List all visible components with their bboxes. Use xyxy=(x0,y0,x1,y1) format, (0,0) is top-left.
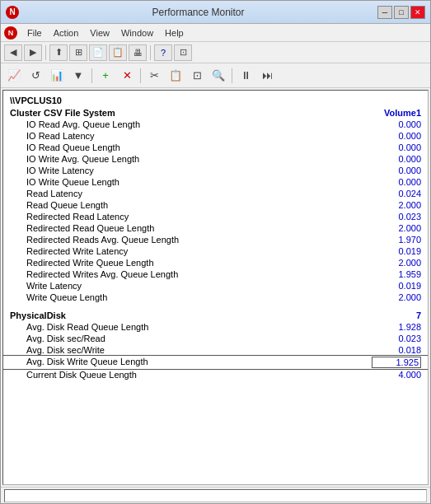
row-io-read-queue[interactable]: IO Read Queue Length 0.000 xyxy=(3,142,428,153)
row-avg-disk-sec-read[interactable]: Avg. Disk sec/Read 0.023 xyxy=(3,333,428,344)
category-name: PhysicalDisk xyxy=(10,310,66,320)
up-button[interactable]: ⬆ xyxy=(49,44,68,61)
row-read-queue-length[interactable]: Read Queue Length 2.000 xyxy=(3,199,428,211)
show-hide-button[interactable]: ⊞ xyxy=(69,44,87,61)
row-value: 0.019 xyxy=(372,246,421,256)
counter-view-button[interactable]: 📊 xyxy=(47,66,67,86)
category-value: 7 xyxy=(372,310,421,320)
row-avg-disk-write-queue[interactable]: Avg. Disk Write Queue Length 1.925 xyxy=(3,356,428,369)
row-value: 2.000 xyxy=(372,200,421,210)
back-button[interactable]: ◀ xyxy=(4,44,22,61)
row-value: 0.023 xyxy=(372,212,421,222)
row-value: 0.023 xyxy=(372,334,421,343)
window-title: Performance Monitor xyxy=(19,7,377,18)
separator-5 xyxy=(232,68,232,83)
help-button[interactable]: ? xyxy=(154,44,172,61)
row-io-write-latency[interactable]: IO Write Latency 0.000 xyxy=(3,165,428,176)
row-value: 1.959 xyxy=(372,269,421,279)
row-label: Redirected Writes Avg. Queue Length xyxy=(26,269,178,279)
close-button[interactable]: ✕ xyxy=(410,6,425,19)
row-label: IO Write Latency xyxy=(26,166,94,175)
row-label: Current Disk Queue Length xyxy=(26,370,137,380)
row-label: Avg. Disk sec/Write xyxy=(26,345,105,355)
window-controls: ─ □ ✕ xyxy=(377,6,425,19)
menu-action[interactable]: Action xyxy=(49,26,84,40)
menu-view[interactable]: View xyxy=(85,26,115,40)
separator-1 xyxy=(45,45,46,60)
status-panel xyxy=(4,489,427,502)
row-avg-disk-sec-write[interactable]: Avg. Disk sec/Write 0.018 xyxy=(3,344,428,356)
row-value: 4.000 xyxy=(372,370,421,380)
row-io-write-avg-queue[interactable]: IO Write Avg. Queue Length 0.000 xyxy=(3,153,428,165)
row-redirected-writes-avg[interactable]: Redirected Writes Avg. Queue Length 1.95… xyxy=(3,268,428,280)
separator-2 xyxy=(150,45,151,60)
data-content[interactable]: \\VPCLUS10 Cluster CSV File System Volum… xyxy=(2,90,429,485)
row-label: Redirected Read Queue Length xyxy=(26,223,154,233)
row-io-write-queue[interactable]: IO Write Queue Length 0.000 xyxy=(3,176,428,188)
row-value: 0.019 xyxy=(372,281,421,291)
row-write-latency[interactable]: Write Latency 0.019 xyxy=(3,280,428,292)
row-label: Avg. Disk Read Queue Length xyxy=(26,322,148,332)
forward-button[interactable]: ▶ xyxy=(24,44,42,61)
minimize-button[interactable]: ─ xyxy=(377,6,392,19)
title-bar-icon: N xyxy=(6,6,19,19)
row-label: Read Latency xyxy=(26,189,82,198)
row-label: Read Queue Length xyxy=(26,200,108,210)
paste-button[interactable]: ⊡ xyxy=(187,66,207,86)
title-bar: N Performance Monitor ─ □ ✕ xyxy=(1,1,430,24)
dropdown-button[interactable]: ▼ xyxy=(68,66,88,86)
row-label: Redirected Read Latency xyxy=(26,212,129,222)
row-value: 0.000 xyxy=(372,154,421,164)
row-label: IO Write Queue Length xyxy=(26,177,119,187)
row-redirected-write-latency[interactable]: Redirected Write Latency 0.019 xyxy=(3,245,428,257)
row-label: Redirected Write Queue Length xyxy=(26,258,154,268)
row-io-read-latency[interactable]: IO Read Latency 0.000 xyxy=(3,130,428,142)
menu-file[interactable]: File xyxy=(22,26,47,40)
cut-button[interactable]: ✂ xyxy=(144,66,164,86)
row-value: 1.925 xyxy=(372,357,421,368)
menu-help[interactable]: Help xyxy=(160,26,189,40)
copy-button[interactable]: 📋 xyxy=(166,66,185,86)
server-label: \\VPCLUS10 xyxy=(3,94,428,107)
row-label: IO Read Latency xyxy=(26,131,95,141)
search-button[interactable]: 🔍 xyxy=(208,66,228,86)
category-physical-disk: PhysicalDisk 7 xyxy=(3,310,428,321)
print-button[interactable]: 🖶 xyxy=(129,44,147,61)
category-cluster-csv: Cluster CSV File System Volume1 xyxy=(3,107,428,119)
row-io-read-avg-queue[interactable]: IO Read Avg. Queue Length 0.000 xyxy=(3,119,428,130)
separator-4 xyxy=(140,68,141,83)
row-value: 0.000 xyxy=(372,142,421,152)
row-read-latency[interactable]: Read Latency 0.024 xyxy=(3,188,428,199)
row-value: 2.000 xyxy=(372,258,421,268)
row-redirected-write-queue[interactable]: Redirected Write Queue Length 2.000 xyxy=(3,257,428,268)
refresh-button[interactable]: ↺ xyxy=(26,66,45,86)
toolbar-navigation: ◀ ▶ ⬆ ⊞ 📄 📋 🖶 ? ⊡ xyxy=(1,42,430,63)
row-value: 0.000 xyxy=(372,166,421,175)
row-value: 0.000 xyxy=(372,131,421,141)
row-value: 0.000 xyxy=(372,119,421,129)
row-label: Avg. Disk Write Queue Length xyxy=(26,357,148,368)
graph-view-button[interactable]: 📈 xyxy=(4,66,24,86)
pause-button[interactable]: ⏸ xyxy=(236,66,255,86)
add-counter-button[interactable]: + xyxy=(96,66,115,86)
row-redirected-read-queue[interactable]: Redirected Read Queue Length 2.000 xyxy=(3,222,428,234)
toolbar-monitor: 📈 ↺ 📊 ▼ + ✕ ✂ 📋 ⊡ 🔍 ⏸ ⏭ xyxy=(1,63,430,88)
row-label: Redirected Write Latency xyxy=(26,246,128,256)
row-redirected-reads-avg[interactable]: Redirected Reads Avg. Queue Length 1.970 xyxy=(3,234,428,245)
row-label: Write Queue Length xyxy=(26,292,107,302)
row-value: 2.000 xyxy=(372,223,421,233)
menu-window[interactable]: Window xyxy=(116,26,158,40)
row-value: 1.970 xyxy=(372,235,421,245)
row-current-disk-queue[interactable]: Current Disk Queue Length 4.000 xyxy=(3,369,428,380)
row-redirected-read-latency[interactable]: Redirected Read Latency 0.023 xyxy=(3,211,428,222)
row-write-queue-length[interactable]: Write Queue Length 2.000 xyxy=(3,292,428,303)
row-value: 0.018 xyxy=(372,345,421,355)
properties-button[interactable]: 📋 xyxy=(109,44,127,61)
row-avg-disk-read-queue[interactable]: Avg. Disk Read Queue Length 1.928 xyxy=(3,321,428,333)
remove-counter-button[interactable]: ✕ xyxy=(117,66,137,86)
new-button[interactable]: 📄 xyxy=(89,44,107,61)
menu-bar: N File Action View Window Help xyxy=(1,24,430,42)
export-button[interactable]: ⊡ xyxy=(174,44,192,61)
next-button[interactable]: ⏭ xyxy=(257,66,277,86)
restore-button[interactable]: □ xyxy=(394,6,409,19)
